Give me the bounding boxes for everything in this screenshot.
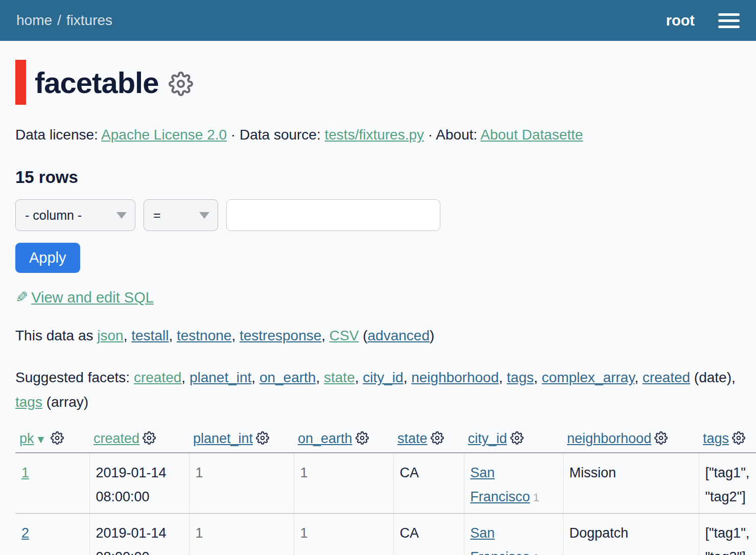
- breadcrumb-home-link[interactable]: home: [16, 12, 52, 28]
- column-header-tags-link[interactable]: tags: [703, 431, 729, 446]
- cell-planet-int: 1: [189, 453, 294, 513]
- export-separator: ): [430, 328, 434, 343]
- title-row: facetable: [15, 59, 756, 105]
- facet-link-created-date[interactable]: created: [643, 369, 690, 385]
- table-cog-icon[interactable]: [169, 72, 193, 96]
- export-separator: ,: [321, 328, 329, 343]
- suggested-facets: Suggested facets: created, planet_int, o…: [15, 365, 751, 414]
- export-separator: (: [359, 328, 367, 343]
- column-cog-icon[interactable]: [431, 431, 444, 445]
- sort-desc-icon: ▼: [36, 433, 46, 445]
- chevron-down-icon: [199, 212, 209, 219]
- facet-link-state[interactable]: state: [324, 369, 355, 385]
- pencil-icon: ✎: [15, 288, 28, 306]
- topbar-right: root: [666, 12, 740, 29]
- facet-link-neighborhood[interactable]: neighborhood: [411, 369, 499, 385]
- cell-neighborhood: Mission: [563, 453, 699, 513]
- metadata-line: Data license: Apache License 2.0 · Data …: [15, 127, 756, 143]
- column-header-on-earth: on_earth: [294, 428, 393, 453]
- export-link-testresponse[interactable]: testresponse: [240, 328, 321, 343]
- column-header-city-id-link[interactable]: city_id: [468, 431, 507, 446]
- export-prefix: This data as: [15, 328, 93, 343]
- facet-link-city-id[interactable]: city_id: [363, 369, 403, 385]
- column-cog-icon[interactable]: [732, 431, 745, 445]
- city-raw-id: 1: [533, 551, 539, 555]
- cell-created: 2019-01-14 08:00:00: [89, 453, 189, 513]
- user-root-link[interactable]: root: [666, 12, 695, 29]
- license-link[interactable]: Apache License 2.0: [101, 127, 227, 143]
- source-label: Data source:: [240, 127, 321, 143]
- export-separator: ,: [169, 328, 177, 343]
- breadcrumb: home/fixtures: [16, 12, 112, 29]
- column-header-neighborhood-link[interactable]: neighborhood: [567, 431, 651, 446]
- cell-city-id: San Francisco1: [464, 514, 563, 555]
- facet-link-planet-int[interactable]: planet_int: [190, 369, 251, 385]
- facet-separator: ,: [181, 369, 190, 385]
- row-pk-link[interactable]: 2: [21, 525, 29, 541]
- column-cog-icon[interactable]: [654, 431, 668, 445]
- cell-pk: 1: [15, 453, 89, 513]
- facet-link-on-earth[interactable]: on_earth: [259, 369, 316, 385]
- facet-separator: ,: [355, 369, 363, 385]
- table-row: 2 2019-01-14 08:00:00 1 1 CA San Francis…: [15, 514, 756, 555]
- filter-operator-select[interactable]: =: [144, 199, 218, 231]
- city-link[interactable]: San Francisco: [470, 525, 530, 555]
- filter-operator-value: =: [153, 208, 161, 223]
- breadcrumb-separator: /: [57, 12, 61, 28]
- column-header-planet-int-link[interactable]: planet_int: [193, 431, 253, 446]
- facet-link-created[interactable]: created: [134, 369, 181, 385]
- facet-separator: (date),: [690, 369, 736, 385]
- filter-value-input[interactable]: [226, 199, 440, 231]
- chevron-down-icon: [116, 212, 127, 219]
- view-edit-sql-link[interactable]: View and edit SQL: [31, 289, 154, 306]
- facet-link-tags[interactable]: tags: [507, 369, 534, 385]
- row-pk-link[interactable]: 1: [21, 465, 29, 480]
- column-header-neighborhood: neighborhood: [563, 428, 699, 453]
- export-separator: ,: [231, 328, 240, 343]
- facet-link-tags-array[interactable]: tags: [15, 394, 42, 410]
- export-link-csv[interactable]: CSV: [329, 328, 359, 343]
- column-header-pk: pk▼: [15, 428, 89, 453]
- facet-separator: ,: [534, 369, 542, 385]
- export-link-advanced[interactable]: advanced: [368, 328, 430, 343]
- results-table: pk▼ created planet_int on_earth state ci…: [15, 428, 756, 555]
- main-content: facetable Data license: Apache License 2…: [0, 59, 756, 555]
- cell-state: CA: [393, 453, 464, 513]
- source-link[interactable]: tests/fixtures.py: [325, 127, 424, 143]
- facet-separator: ,: [499, 369, 507, 385]
- column-header-created-link[interactable]: created: [93, 431, 139, 446]
- license-label: Data license:: [15, 127, 98, 143]
- row-count: 15 rows: [15, 168, 756, 187]
- about-link[interactable]: About Datasette: [481, 127, 583, 143]
- column-header-on-earth-link[interactable]: on_earth: [298, 431, 352, 446]
- column-cog-icon[interactable]: [143, 431, 156, 445]
- sql-line: ✎View and edit SQL: [15, 288, 756, 306]
- city-link[interactable]: San Francisco: [470, 465, 530, 504]
- cell-on-earth: 1: [294, 453, 393, 513]
- column-header-pk-link[interactable]: pk: [19, 431, 34, 446]
- cell-pk: 2: [15, 514, 89, 555]
- export-link-json[interactable]: json: [97, 328, 123, 343]
- facet-separator: ,: [634, 369, 643, 385]
- column-header-planet-int: planet_int: [189, 428, 294, 453]
- column-header-state-link[interactable]: state: [397, 431, 428, 446]
- column-cog-icon[interactable]: [256, 431, 269, 445]
- facet-separator: (array): [42, 394, 88, 410]
- column-cog-icon[interactable]: [510, 431, 524, 445]
- column-header-tags: tags: [699, 428, 756, 453]
- facet-link-complex-array[interactable]: complex_array: [542, 369, 635, 385]
- cell-city-id: San Francisco1: [464, 453, 563, 513]
- hamburger-menu-icon[interactable]: [718, 13, 740, 28]
- export-link-testnone[interactable]: testnone: [177, 328, 231, 343]
- column-cog-icon[interactable]: [356, 431, 369, 445]
- export-separator: ,: [124, 328, 132, 343]
- table-header-row: pk▼ created planet_int on_earth state ci…: [15, 428, 756, 453]
- column-cog-icon[interactable]: [51, 431, 64, 445]
- apply-button[interactable]: Apply: [15, 243, 80, 273]
- breadcrumb-database-link[interactable]: fixtures: [66, 12, 112, 28]
- column-header-created: created: [89, 428, 189, 453]
- about-label: About:: [436, 127, 477, 143]
- title-accent-bar: [15, 60, 26, 105]
- filter-column-select[interactable]: - column -: [15, 199, 135, 231]
- export-link-testall[interactable]: testall: [131, 328, 169, 343]
